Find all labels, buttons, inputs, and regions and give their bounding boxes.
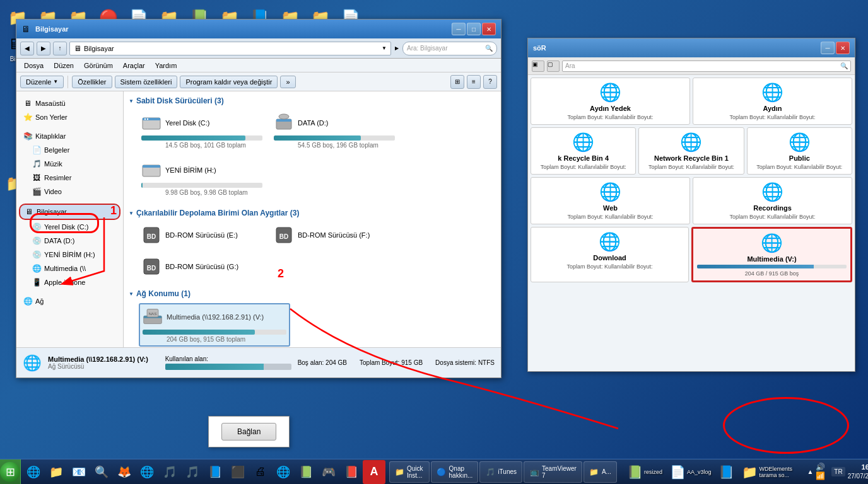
taskbar-icon-search[interactable]: 🔍 [90,460,113,484]
drive-d[interactable]: DATA (D:) 54.5 GB boş, 196 GB toplam [271,110,397,151]
taskbar-icon-net[interactable]: 🌐 [136,460,158,484]
sidebar-item-yeni-birim[interactable]: 💿 YENİ BİRİM (H:) [19,248,120,262]
taskbar-item-qnap[interactable]: 🔵 Qnap hakkın... [431,461,479,483]
view-change-button[interactable]: ⊞ [450,75,464,89]
drive-c[interactable]: Yerel Disk (C:) 14.5 GB boş, 101 GB topl… [139,110,265,151]
sw-multimedia-v[interactable]: 🌐 Multimedia (V:) 204 GB / 915 GB boş [691,227,852,282]
sw-multimedia-v-bar [697,265,814,268]
hard-drives-triangle[interactable]: ▼ [129,98,134,104]
more-button[interactable]: » [280,76,295,88]
sw-web[interactable]: 🌐 Web Toplam Boyut: Kullanılabilir Boyut… [531,177,690,224]
close-button[interactable]: ✕ [482,23,496,35]
sidebar-item-belgeler[interactable]: 📄 Belgeler [19,143,120,157]
bilgisayar-label: Bilgisayar [37,208,67,216]
second-minimize[interactable]: ─ [821,42,835,54]
properties-button[interactable]: Özellikler [72,76,112,88]
sw-row-3: 🌐 Web Toplam Boyut: Kullanılabilir Boyut… [531,177,852,224]
sw-recycle-4-details: Toplam Boyut: Kullanılabilir Boyut: [541,164,626,170]
sidebar-item-bilgisayar[interactable]: 🖥 Bilgisayar [19,204,120,220]
taskbar-desktop-aalog[interactable]: 📄 AA_v3log [667,463,714,481]
drive-f[interactable]: BD BD-ROM Sürücüsü (F:) [271,222,397,248]
taskbar-icon-firefox[interactable]: 🦊 [113,460,136,484]
sw-recycle-bin-4[interactable]: 🌐 k Recycle Bin 4 Toplam Boyut: Kullanıl… [531,127,636,175]
sidebar-item-yerel-disk[interactable]: 💿 Yerel Disk (C:) [19,220,120,234]
drive-v[interactable]: NAS Multimedia (\\192.168.2.91) (V:) 204… [139,303,290,347]
sidebar-item-masaustu[interactable]: 🖥 Masaüstü [19,96,120,110]
sw-search[interactable]: Ara 🔍 [562,60,851,72]
back-button[interactable]: ◀ [20,42,34,55]
menu-dosya[interactable]: Dosya [20,60,47,71]
sidebar-item-son-yerler[interactable]: ⭐ Son Yerler [19,110,120,124]
forward-button[interactable]: ▶ [37,42,50,55]
sw-recordings[interactable]: 🌐 Recordings Toplam Boyut: Kullanılabili… [693,177,852,224]
masaustu-icon: 🖥 [23,98,33,108]
up-button[interactable]: ↑ [53,42,67,55]
sidebar-item-muzik[interactable]: 🎵 Müzik [19,157,120,171]
tray-lang[interactable]: TR [831,467,845,476]
sw-network-recycle-1[interactable]: 🌐 Network Recycle Bin 1 Toplam Boyut: Ku… [638,127,744,175]
taskbar-icon-print[interactable]: 🖨 [249,460,272,484]
taskbar-icon-cmd[interactable]: ⬛ [226,460,249,484]
taskbar-item-a[interactable]: 📁 A... [584,461,617,483]
taskbar-desktop-3[interactable]: 📘 [716,463,737,481]
drive-e[interactable]: BD BD-ROM Sürücüsü (E:) [139,222,265,248]
taskbar-icon-mail[interactable]: 📧 [67,460,90,484]
removable-triangle[interactable]: ▼ [129,210,134,216]
sidebar-item-resimler[interactable]: 🖼 Resimler [19,171,120,185]
view-list-button[interactable]: ≡ [467,75,481,89]
address-box[interactable]: 🖥 Bilgisayar ▼ [69,42,391,55]
sw-view-btn-1[interactable]: ▣ [532,60,544,72]
search-box[interactable]: Ara: Bilgisayar 🔍 [402,42,497,55]
sidebar-item-kitapliklar[interactable]: 📚 Kitaplıklar [19,129,120,143]
sw-download[interactable]: 🌐 Download Toplam Boyut: Kullanılabilir … [531,227,689,282]
taskbar-icon-media[interactable]: 🎵 [181,460,204,484]
sidebar-item-ag[interactable]: 🌐 Ağ [19,294,120,308]
sidebar-item-data[interactable]: 💿 DATA (D:) [19,234,120,248]
baglan-button[interactable]: Bağlan [221,423,276,441]
taskbar-icon-music[interactable]: 🎵 [158,460,181,484]
taskbar-desktop-resized[interactable]: 📗 resized [625,463,665,481]
sw-public[interactable]: 🌐 Public Toplam Boyut: Kullanılabilir Bo… [747,127,852,175]
address-arrow-button[interactable]: ▶ [394,44,400,52]
taskbar-icon-a[interactable]: A [363,460,385,484]
svg-text:NAS: NAS [149,311,157,316]
menu-gorunum[interactable]: Görünüm [80,60,117,71]
taskbar-icon-word[interactable]: 📘 [204,460,226,484]
sidebar-item-video[interactable]: 🎬 Video [19,185,120,199]
uninstall-button[interactable]: Program kaldır veya değiştir [180,76,278,88]
file-area: ▼ Sabit Disk Sürücüleri (3) Yerel Disk (… [124,91,501,347]
network-drives-grid: NAS Multimedia (\\192.168.2.91) (V:) 204… [129,303,496,347]
minimize-button[interactable]: ─ [452,23,466,35]
taskbar-icon-pdf[interactable]: 📕 [340,460,363,484]
organize-button[interactable]: Düzenle ▼ [20,76,64,88]
menu-araclar[interactable]: Araçlar [119,60,149,71]
maximize-button[interactable]: □ [467,23,481,35]
taskbar-clock[interactable]: 16:01 27/07/2012 [848,463,868,481]
taskbar-desktop-wdel[interactable]: 📁 WDElements tarama so... [739,463,793,481]
drive-g[interactable]: BD BD-ROM Sürücüsü (G:) [139,254,265,279]
taskbar-item-itunes[interactable]: 🎵 iTunes [479,461,522,483]
sw-view-btn-2[interactable]: ▢ [547,60,560,72]
taskbar-icon-game[interactable]: 🎮 [317,460,340,484]
system-properties-button[interactable]: Sistem özellikleri [115,76,178,88]
taskbar-icon-net2[interactable]: 🌐 [272,460,295,484]
drive-h[interactable]: YENİ BİRİM (H:) 9.98 GB boş, 9.98 GB top… [139,158,265,199]
network-triangle[interactable]: ▼ [129,291,134,297]
son-yerler-icon: ⭐ [23,112,33,122]
sidebar-item-apple-iphone[interactable]: 📱 Apple iPhone [19,275,120,289]
second-close[interactable]: ✕ [836,42,850,54]
taskbar-icon-excel[interactable]: 📗 [295,460,317,484]
menu-duzen[interactable]: Düzen [50,60,78,71]
taskbar-icon-browser[interactable]: 📁 [45,460,67,484]
taskbar-icon-ie[interactable]: 🌐 [22,460,45,484]
resimler-label: Resimler [44,174,71,182]
start-button[interactable]: ⊞ [0,459,21,485]
systray-arrow[interactable]: ▲ [807,468,813,475]
taskbar-item-teamviewer[interactable]: 📺 TeamViewer 7 [524,461,582,483]
help-button[interactable]: ? [483,75,497,89]
taskbar-item-quick[interactable]: 📁 Quick Inst... [389,461,430,483]
menu-yardim[interactable]: Yardım [151,60,181,71]
sw-aydin[interactable]: 🌐 Aydın Toplam Boyut: Kullanılabilir Boy… [693,78,852,125]
sw-aydin-yedek[interactable]: 🌐 Aydın Yedek Toplam Boyut: Kullanılabil… [531,78,690,125]
sidebar-item-multimedia[interactable]: 🌐 Multimedia (\\ [19,262,120,275]
